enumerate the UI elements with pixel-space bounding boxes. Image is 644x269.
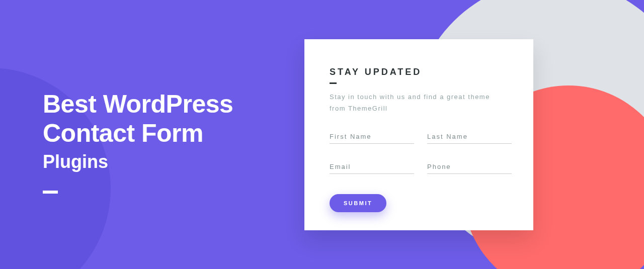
title-dash-icon [330, 82, 337, 84]
submit-button[interactable]: SUBMIT [330, 194, 386, 212]
first-name-field[interactable] [330, 130, 414, 144]
card-title: STAY UPDATED [330, 67, 508, 77]
email-field[interactable] [330, 160, 414, 174]
form-grid [330, 130, 508, 174]
hero-text-block: Best WordPress Contact Form Plugins [43, 91, 233, 194]
last-name-field[interactable] [427, 130, 512, 144]
card-description: Stay in touch with us and find a great t… [330, 91, 508, 115]
signup-card: STAY UPDATED Stay in touch with us and f… [304, 39, 533, 230]
hero-line-1: Best WordPress [43, 91, 233, 118]
hero-line-3: Plugins [43, 148, 233, 175]
hero-dash-icon [43, 191, 58, 194]
phone-field[interactable] [427, 160, 512, 174]
hero-line-2: Contact Form [43, 118, 233, 148]
